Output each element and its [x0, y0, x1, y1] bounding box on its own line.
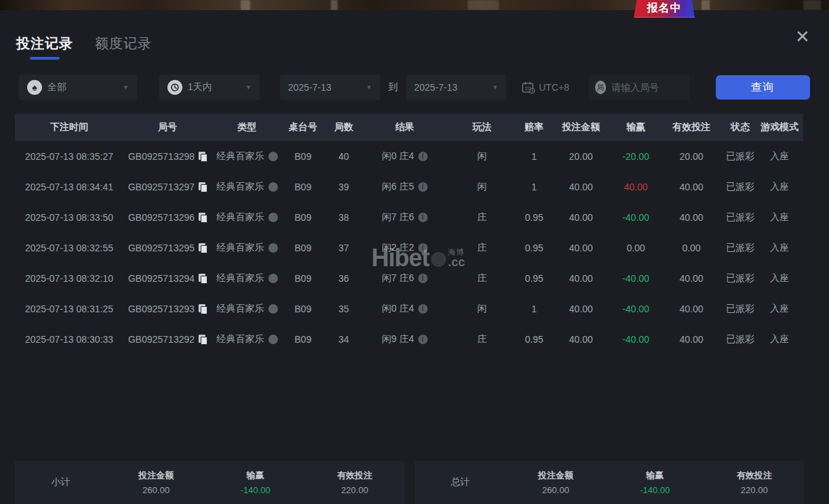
- filter-bar: ♠ 全部 ▼ 1天内 ▼ 2025-7-13 ▼ 到 2025-7-13 ▼: [19, 75, 810, 100]
- game-type-icon: [268, 304, 278, 314]
- type-cell: 经典百家乐: [211, 242, 283, 254]
- round-number: GB0925713297: [128, 182, 195, 192]
- game-type-icon: [268, 335, 278, 344]
- copy-icon[interactable]: [199, 274, 207, 283]
- video-detail: [702, 0, 710, 10]
- round-cell: GB0925713295: [123, 243, 211, 253]
- timezone-indicator[interactable]: UTC+8: [521, 81, 569, 94]
- round-number-field[interactable]: 局: [588, 75, 690, 100]
- games-cell: 40: [323, 151, 364, 162]
- type-cell: 经典百家乐: [211, 211, 283, 224]
- result-score: 闲9 庄4: [382, 333, 413, 345]
- valid-bet-cell: 40.00: [660, 182, 723, 192]
- copy-icon[interactable]: [199, 243, 207, 253]
- modal-tabs: 投注记录 额度记录: [16, 35, 152, 60]
- subtotal-panel: 小计 投注金额 260.00 输赢 -140.00 有效投注 220.00: [15, 461, 405, 504]
- play-cell: 庄: [445, 242, 519, 254]
- result-cell: 闲7 庄6 i: [364, 211, 445, 224]
- tab-quota-records[interactable]: 额度记录: [95, 35, 152, 60]
- table-no-cell: B09: [283, 151, 323, 162]
- odds-cell: 0.95: [519, 334, 550, 345]
- game-category-select[interactable]: ♠ 全部 ▼: [19, 75, 137, 100]
- game-type-icon: [268, 243, 278, 253]
- result-info-icon[interactable]: i: [418, 243, 428, 253]
- game-type: 经典百家乐: [217, 150, 264, 163]
- amount-cell: 40.00: [550, 212, 612, 223]
- date-to-select[interactable]: 2025-7-13 ▼: [406, 75, 506, 100]
- game-type: 经典百家乐: [217, 272, 264, 285]
- bet-time-cell: 2025-07-13 08:34:41: [15, 182, 123, 192]
- result-score: 闲7 庄6: [382, 272, 413, 285]
- type-cell: 经典百家乐: [211, 333, 283, 345]
- copy-icon[interactable]: [199, 213, 207, 222]
- result-cell: 闲0 庄4 i: [364, 303, 445, 315]
- col-header-amount: 投注金额: [550, 121, 612, 133]
- play-cell: 庄: [445, 211, 519, 224]
- round-cell: GB0925713293: [123, 303, 211, 314]
- table-row: 2025-07-13 08:34:41 GB0925713297 经典百家乐 B…: [15, 171, 803, 202]
- round-cell: GB0925713296: [123, 212, 211, 223]
- amount-cell: 40.00: [550, 334, 612, 345]
- result-info-icon[interactable]: i: [418, 304, 428, 314]
- result-info-icon[interactable]: i: [418, 182, 428, 192]
- date-from-select[interactable]: 2025-7-13 ▼: [280, 75, 380, 100]
- game-type-icon: [268, 182, 278, 192]
- result-info-icon[interactable]: i: [418, 335, 428, 344]
- subtotal-amount-label: 投注金额: [138, 469, 174, 482]
- result-info-icon[interactable]: i: [418, 152, 428, 161]
- odds-cell: 1: [519, 151, 550, 162]
- status-cell: 已派彩: [723, 272, 757, 285]
- col-header-status: 状态: [723, 121, 757, 133]
- total-winloss-value: -140.00: [640, 485, 670, 495]
- table-row: 2025-07-13 08:32:10 GB0925713294 经典百家乐 B…: [15, 263, 803, 293]
- game-mode-cell: 入座: [757, 150, 802, 163]
- copy-icon[interactable]: [199, 152, 207, 161]
- chevron-down-icon: ▼: [116, 84, 129, 91]
- spade-icon: ♠: [27, 80, 42, 95]
- games-cell: 35: [323, 303, 364, 314]
- bet-time-cell: 2025-07-13 08:31:25: [15, 303, 123, 314]
- result-info-icon[interactable]: i: [418, 213, 428, 222]
- copy-icon[interactable]: [199, 182, 207, 192]
- copy-icon[interactable]: [199, 304, 207, 314]
- close-icon[interactable]: ✕: [794, 28, 811, 46]
- round-number: GB0925713293: [128, 303, 195, 314]
- col-header-round: 局号: [123, 121, 211, 133]
- odds-cell: 0.95: [519, 273, 550, 284]
- round-number-input[interactable]: [611, 82, 683, 93]
- total-panel: 总计 投注金额 260.00 输赢 -140.00 有效投注 220.00: [415, 461, 805, 504]
- games-cell: 37: [323, 243, 364, 253]
- game-mode-cell: 入座: [757, 303, 802, 315]
- tab-betting-records[interactable]: 投注记录: [16, 35, 73, 60]
- status-cell: 已派彩: [723, 181, 757, 193]
- table-header-row: 下注时间 局号 类型 桌台号 局数 结果 玩法 赔率 投注金额 输赢 有效投注 …: [15, 114, 803, 141]
- games-cell: 38: [323, 212, 364, 223]
- play-cell: 庄: [445, 272, 519, 285]
- amount-cell: 40.00: [550, 182, 612, 192]
- result-info-icon[interactable]: i: [418, 274, 428, 283]
- valid-bet-cell: 40.00: [660, 334, 723, 345]
- round-number: GB0925713295: [128, 243, 195, 253]
- signup-status-badge: 报名中: [634, 0, 695, 18]
- date-to-label: 到: [388, 81, 398, 93]
- result-score: 闲0 庄4: [382, 150, 413, 163]
- timezone-label: UTC+8: [539, 82, 569, 93]
- result-cell: 闲7 庄6 i: [364, 272, 445, 285]
- col-header-winloss: 输赢: [612, 121, 660, 133]
- round-cell: GB0925713297: [123, 182, 211, 192]
- play-cell: 闲: [445, 303, 519, 315]
- subtotal-label: 小计: [15, 476, 106, 488]
- subtotal-valid-value: 220.00: [341, 485, 368, 495]
- winloss-cell: -40.00: [612, 303, 660, 314]
- type-cell: 经典百家乐: [211, 181, 283, 193]
- result-cell: 闲0 庄4 i: [364, 150, 445, 163]
- table-row: 2025-07-13 08:30:33 GB0925713292 经典百家乐 B…: [15, 324, 803, 354]
- time-range-select[interactable]: 1天内 ▼: [159, 75, 260, 100]
- play-cell: 庄: [445, 333, 519, 345]
- query-button[interactable]: 查询: [716, 75, 810, 100]
- subtotal-amount-value: 260.00: [142, 485, 169, 495]
- copy-icon[interactable]: [199, 335, 207, 344]
- total-valid-label: 有效投注: [737, 469, 772, 482]
- game-mode-cell: 入座: [757, 333, 802, 345]
- result-cell: 闲9 庄4 i: [364, 333, 445, 345]
